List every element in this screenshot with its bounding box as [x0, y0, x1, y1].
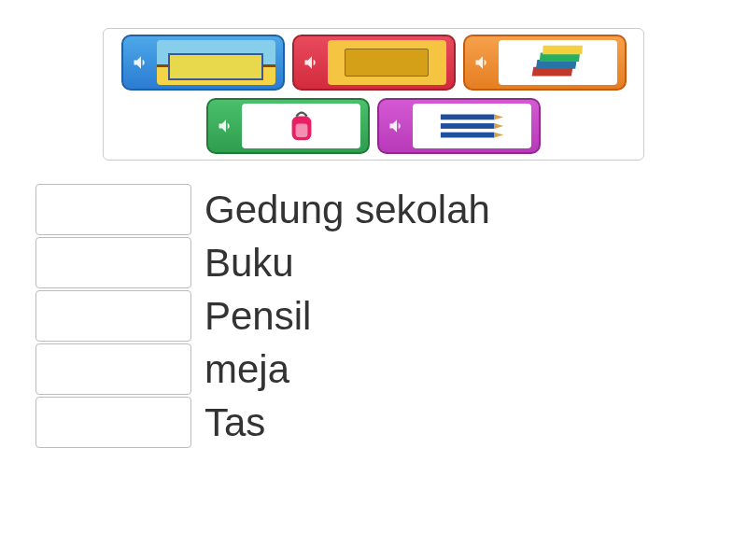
- drop-zone-pensil[interactable]: [35, 290, 191, 342]
- svg-rect-5: [295, 124, 307, 137]
- card-backpack[interactable]: [206, 98, 370, 154]
- backpack-image: [242, 104, 360, 148]
- card-pencils[interactable]: [377, 98, 541, 154]
- speaker-icon[interactable]: [216, 116, 236, 136]
- drop-zone-meja[interactable]: [35, 343, 191, 395]
- answer-row: Gedung sekolah: [35, 184, 747, 235]
- svg-rect-8: [441, 123, 495, 129]
- school-building-image: [157, 40, 275, 85]
- speaker-icon[interactable]: [472, 52, 493, 73]
- answer-row: Pensil: [35, 290, 747, 342]
- drop-zone-gedung-sekolah[interactable]: [35, 184, 191, 235]
- pencils-image: [413, 104, 531, 148]
- answer-row: Buku: [35, 237, 747, 288]
- answer-list: Gedung sekolah Buku Pensil meja Tas: [0, 184, 747, 448]
- card-books[interactable]: [463, 35, 627, 91]
- svg-rect-6: [441, 115, 495, 120]
- books-image: [499, 40, 617, 85]
- card-desk[interactable]: [292, 35, 456, 91]
- drop-zone-tas[interactable]: [35, 397, 191, 448]
- answer-label: Gedung sekolah: [204, 188, 490, 232]
- speaker-icon[interactable]: [131, 52, 151, 73]
- desk-image: [328, 40, 446, 85]
- card-tray: [103, 28, 644, 161]
- drop-zone-buku[interactable]: [35, 237, 191, 288]
- answer-row: Tas: [35, 397, 747, 448]
- svg-marker-9: [495, 123, 504, 129]
- answer-row: meja: [35, 343, 747, 395]
- svg-marker-11: [495, 133, 504, 138]
- card-school[interactable]: [121, 35, 285, 91]
- answer-label: Tas: [204, 400, 265, 445]
- answer-label: Pensil: [204, 294, 311, 339]
- speaker-icon[interactable]: [302, 52, 322, 73]
- svg-marker-7: [495, 115, 504, 120]
- answer-label: meja: [204, 347, 289, 392]
- svg-rect-3: [543, 46, 583, 55]
- speaker-icon[interactable]: [387, 116, 407, 136]
- svg-rect-10: [441, 133, 495, 138]
- answer-label: Buku: [204, 241, 294, 286]
